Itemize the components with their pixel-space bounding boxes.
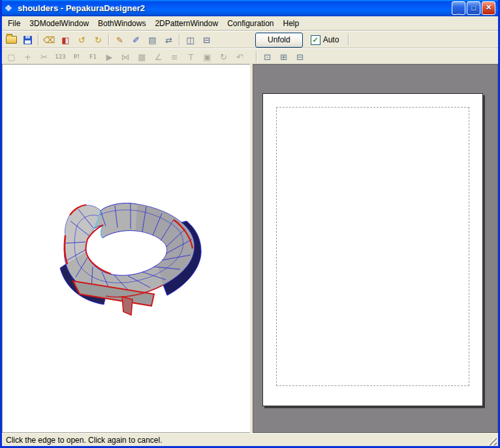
model-3d-view[interactable] (2, 64, 250, 433)
toolbar-separator (348, 34, 349, 46)
status-bar: Click the edge to open. Click again to c… (2, 433, 498, 446)
export-pattern-icon[interactable]: ⊡ (260, 50, 275, 64)
menu-2d-pattern-window[interactable]: 2DPatternWindow (150, 18, 223, 29)
status-message: Click the edge to open. Click again to c… (2, 436, 488, 445)
edge-edit-icon[interactable]: ▤ (145, 33, 160, 47)
menu-bar: File 3DModelWindow BothWindows 2DPattern… (2, 16, 498, 31)
join-edges-icon[interactable]: ⋈ (118, 50, 133, 64)
toolbar-separator (38, 34, 39, 46)
resize-grip[interactable] (488, 436, 497, 445)
unfold-button[interactable]: Unfold (255, 33, 303, 48)
toolbar-separator (108, 34, 110, 46)
minimize-button[interactable]: _ (452, 1, 465, 15)
insert-text-icon[interactable]: T (183, 50, 198, 64)
auto-checkbox[interactable]: ✓ (311, 35, 320, 45)
knife-tool-icon[interactable]: ✂ (37, 50, 52, 64)
menu-3d-model-window[interactable]: 3DModelWindow (25, 18, 93, 29)
split-horizontal-icon[interactable]: ◫ (183, 33, 198, 47)
grid-icon[interactable]: ▦ (134, 50, 149, 64)
copy-pattern-icon[interactable]: ⊞ (276, 50, 291, 64)
page-margin-guide (276, 107, 469, 386)
maximize-button[interactable]: □ (467, 1, 480, 15)
toolbar-separator (179, 34, 180, 46)
pick-tool-icon[interactable]: ▶ (102, 50, 117, 64)
move-part-icon[interactable]: + (20, 50, 35, 64)
toolbar-separator (256, 51, 257, 63)
auto-checkbox-label[interactable]: Auto (323, 35, 339, 44)
insert-image-icon[interactable]: ▣ (200, 50, 215, 64)
titlebar[interactable]: ❖ shoulders - PepakuraDesigner2 _ □ ✕ (2, 0, 498, 16)
save-file-icon[interactable] (20, 33, 35, 47)
main-content (2, 64, 498, 433)
check-pattern-icon[interactable]: P! (69, 50, 84, 64)
measure-angle-icon[interactable]: ∠ (151, 50, 166, 64)
pattern-2d-view[interactable] (253, 64, 498, 433)
floppy-glyph (23, 36, 32, 44)
close-button[interactable]: ✕ (482, 1, 495, 15)
menu-configuration[interactable]: Configuration (223, 18, 278, 29)
open-file-icon[interactable] (4, 33, 19, 47)
rotate-right-icon[interactable]: ↻ (91, 33, 106, 47)
menu-both-windows[interactable]: BothWindows (93, 18, 150, 29)
pattern-toolbar: ▢ + ✂ 123 P! F1 ▶ ⋈ ▦ ∠ ≡ T ▣ ↻ ↶ ⊡ ⊞ ⊟ (2, 48, 498, 65)
menu-help[interactable]: Help (279, 18, 304, 29)
pattern-page (262, 93, 483, 406)
texture-cube-icon[interactable]: ◧ (58, 33, 73, 47)
ink-tool-icon[interactable]: ✐ (129, 33, 144, 47)
undo-icon[interactable]: ↶ (232, 50, 247, 64)
select-rectangle-icon[interactable]: ▢ (4, 50, 19, 64)
folder-glyph (6, 36, 17, 44)
flip-tool-icon[interactable]: ⇄ (161, 33, 176, 47)
split-vertical-icon[interactable]: ⊟ (199, 33, 214, 47)
print-pattern-icon[interactable]: ⊟ (292, 50, 307, 64)
app-icon: ❖ (5, 3, 15, 14)
main-toolbar: ⌫ ◧ ↺ ↻ ✎ ✐ ▤ ⇄ ◫ ⊟ Unfold ✓ Auto (2, 31, 498, 48)
rotate-left-icon[interactable]: ↺ (74, 33, 89, 47)
eraser-tool-icon[interactable]: ⌫ (42, 33, 57, 47)
pen-tool-icon[interactable]: ✎ (112, 33, 127, 47)
rotate-part-icon[interactable]: ↻ (216, 50, 231, 64)
menu-file[interactable]: File (3, 18, 25, 29)
shoulder-model-3d[interactable] (3, 65, 250, 433)
f1-help-icon[interactable]: F1 (86, 50, 101, 64)
align-parts-icon[interactable]: ≡ (167, 50, 182, 64)
edge-numbers-icon[interactable]: 123 (53, 50, 68, 64)
app-window: ❖ shoulders - PepakuraDesigner2 _ □ ✕ Fi… (0, 0, 500, 448)
check-icon: ✓ (313, 37, 319, 44)
window-title: shoulders - PepakuraDesigner2 (18, 3, 452, 13)
